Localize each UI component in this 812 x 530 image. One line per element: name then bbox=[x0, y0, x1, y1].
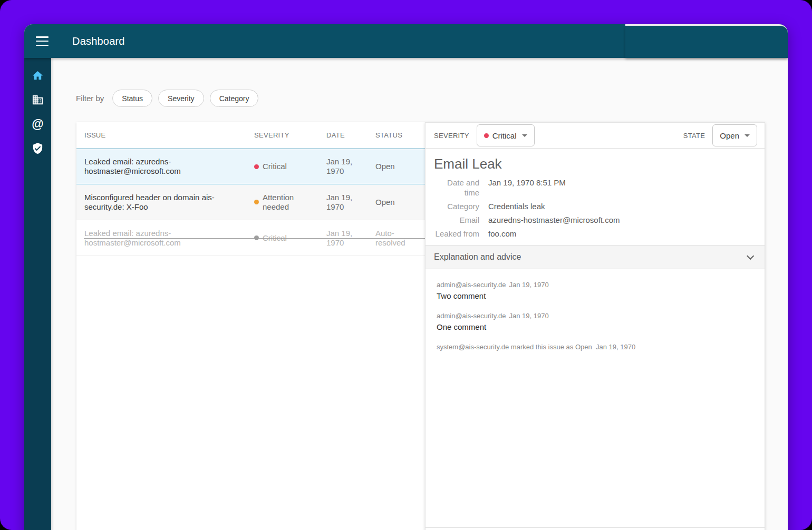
comment-text: Two comment bbox=[437, 291, 754, 300]
comment-item: admin@ais-security.deJan 19, 1970 Two co… bbox=[437, 281, 754, 300]
severity-field-label: SEVERITY bbox=[434, 132, 469, 140]
sidebar-item-security[interactable] bbox=[24, 136, 51, 160]
sidebar-nav: @ bbox=[24, 58, 51, 530]
activity-log-entry: system@ais-security.de marked this issue… bbox=[437, 343, 754, 351]
field-label: Category bbox=[432, 201, 479, 211]
severity-label: Critical bbox=[263, 162, 287, 171]
issue-title: Leaked email: azuredns-hostmaster@micros… bbox=[76, 152, 246, 181]
state-dropdown[interactable]: Open bbox=[712, 124, 757, 146]
home-icon bbox=[32, 70, 44, 82]
domain-icon bbox=[32, 94, 44, 106]
detail-state-bar: SEVERITY Critical STATE Open bbox=[426, 123, 765, 149]
activity-text: system@ais-security.de marked this issue… bbox=[437, 343, 592, 351]
attention-dot-icon bbox=[254, 200, 259, 204]
severity-dropdown[interactable]: Critical bbox=[477, 124, 535, 146]
field-value: foo.com bbox=[488, 229, 756, 239]
sidebar-item-home[interactable] bbox=[24, 63, 51, 87]
state-field-label: STATE bbox=[683, 132, 705, 140]
issue-detail-title: Email Leak bbox=[434, 156, 756, 172]
severity-cell: Attention needed bbox=[246, 193, 318, 212]
caret-down-icon bbox=[745, 134, 750, 137]
filter-by-label: Filter by bbox=[76, 94, 104, 103]
issue-status: Open bbox=[368, 198, 425, 207]
comment-author: admin@ais-security.de bbox=[437, 281, 506, 289]
issue-date: Jan 19, 1970 bbox=[318, 229, 368, 248]
column-header-status: STATUS bbox=[368, 131, 425, 139]
critical-dot-icon bbox=[254, 164, 259, 169]
issues-table: ISSUE SEVERITY DATE STATUS Leaked email:… bbox=[76, 122, 425, 530]
accordion-label: Explanation and advice bbox=[434, 252, 521, 262]
comment-date: Jan 19, 1970 bbox=[509, 281, 548, 289]
field-value: azuredns-hostmaster@microsoft.com bbox=[488, 215, 756, 225]
filter-chip-status[interactable]: Status bbox=[112, 90, 152, 107]
app-window: Dashboard @ Filter by Status Severity Ca… bbox=[24, 24, 788, 530]
comment-author: admin@ais-security.de bbox=[437, 312, 506, 320]
issue-title: Leaked email: azuredns-hostmaster@micros… bbox=[76, 223, 246, 253]
severity-cell: Critical bbox=[246, 162, 318, 171]
field-value: Credentials leak bbox=[488, 201, 756, 211]
state-dropdown-value: Open bbox=[720, 131, 739, 140]
issue-date: Jan 19, 1970 bbox=[318, 157, 368, 176]
explanation-accordion[interactable]: Explanation and advice bbox=[426, 245, 765, 269]
field-label: Date and time bbox=[432, 178, 479, 198]
comment-text: One comment bbox=[437, 322, 754, 331]
caret-down-icon bbox=[522, 134, 527, 137]
comment-date: Jan 19, 1970 bbox=[509, 312, 548, 320]
column-header-severity: SEVERITY bbox=[246, 131, 318, 139]
comment-item: admin@ais-security.deJan 19, 1970 One co… bbox=[437, 312, 754, 331]
chevron-down-icon bbox=[747, 252, 754, 260]
detail-fields: Date and time Jan 19, 1970 8:51 PM Categ… bbox=[432, 178, 756, 239]
column-header-issue: ISSUE bbox=[76, 131, 246, 139]
comments-section: admin@ais-security.deJan 19, 1970 Two co… bbox=[426, 269, 765, 351]
add-comment-area bbox=[426, 527, 765, 530]
issues-table-header: ISSUE SEVERITY DATE STATUS bbox=[76, 122, 425, 149]
severity-label: Attention needed bbox=[263, 193, 314, 212]
sidebar-item-domains[interactable] bbox=[24, 87, 51, 112]
column-header-date: DATE bbox=[318, 131, 368, 139]
field-label: Leaked from bbox=[432, 229, 479, 239]
severity-cell: Critical bbox=[246, 233, 318, 243]
severity-label: Critical bbox=[263, 233, 287, 243]
severity-dropdown-value: Critical bbox=[492, 131, 517, 140]
table-row[interactable]: Leaked email: azuredns-hostmaster@micros… bbox=[76, 220, 425, 256]
menu-icon[interactable] bbox=[36, 36, 49, 46]
shield-check-icon bbox=[32, 142, 44, 154]
issue-status: Open bbox=[368, 162, 425, 171]
page-title: Dashboard bbox=[72, 35, 125, 47]
activity-date: Jan 19, 1970 bbox=[596, 343, 635, 351]
sidebar-item-emails[interactable]: @ bbox=[24, 112, 51, 136]
issue-detail-panel: SEVERITY Critical STATE Open Email Leak … bbox=[425, 122, 765, 530]
filter-chip-category[interactable]: Category bbox=[210, 90, 259, 107]
issue-title: Misconfigured header on domain ais-secur… bbox=[76, 188, 246, 217]
table-row[interactable]: Misconfigured header on domain ais-secur… bbox=[76, 184, 425, 220]
field-label: Email bbox=[432, 215, 479, 225]
critical-dot-icon bbox=[484, 133, 489, 138]
table-row[interactable]: Leaked email: azuredns-hostmaster@micros… bbox=[76, 149, 425, 184]
field-value: Jan 19, 1970 8:51 PM bbox=[488, 178, 756, 198]
alternate-email-icon: @ bbox=[32, 118, 43, 130]
issue-status: Auto-resolved bbox=[368, 229, 425, 248]
filter-bar: Filter by Status Severity Category bbox=[76, 90, 264, 107]
appbar-overlap-sheet bbox=[625, 24, 788, 58]
filter-chip-severity[interactable]: Severity bbox=[158, 90, 204, 107]
detail-body: Email Leak Date and time Jan 19, 1970 8:… bbox=[426, 149, 765, 245]
issue-date: Jan 19, 1970 bbox=[318, 193, 368, 212]
resolved-dot-icon bbox=[254, 235, 259, 240]
